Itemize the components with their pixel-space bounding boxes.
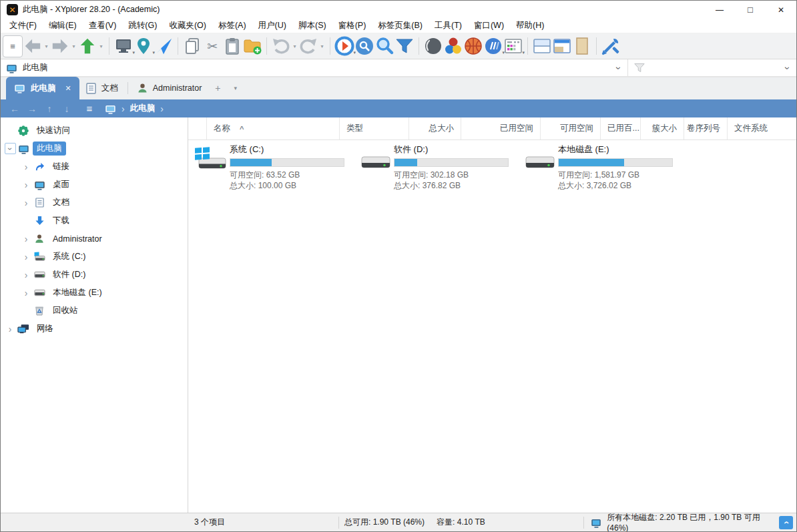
column-serial[interactable]: 卷序列号 xyxy=(684,117,728,140)
crumb-up-icon[interactable]: ↑ xyxy=(41,103,58,114)
tree-item-drive-e[interactable]: › 本地磁盘 (E:) xyxy=(1,284,188,302)
goto-computer-button[interactable]: ▾ xyxy=(113,35,134,57)
navigate-arrow-button[interactable] xyxy=(154,35,174,57)
drive-tile-c[interactable]: 系统 (C:) 可用空间: 63.52 GB 总大小: 100.00 GB xyxy=(195,144,359,191)
dark-mode-button[interactable] xyxy=(423,35,443,57)
crumb-forward-icon[interactable]: → xyxy=(23,103,41,114)
minimize-button[interactable]: — xyxy=(704,1,735,19)
location-pin-button[interactable]: ▾ xyxy=(134,35,154,57)
menu-user[interactable]: 用户(U) xyxy=(252,19,292,33)
tab-administrator[interactable]: Administrator xyxy=(131,77,209,99)
tab-close-icon[interactable]: ✕ xyxy=(65,84,71,93)
tree-expand-icon[interactable]: › xyxy=(3,324,17,334)
status-expand-button[interactable]: › xyxy=(779,516,793,529)
tree-item-downloads[interactable]: 下载 xyxy=(1,212,188,230)
menu-edit[interactable]: 编辑(E) xyxy=(43,19,83,33)
tab-list-dropdown[interactable]: ▾ xyxy=(228,77,244,99)
tree-item-drive-c[interactable]: › 系统 (C:) xyxy=(1,248,188,266)
up-button[interactable] xyxy=(77,35,97,57)
tag-ball-button[interactable] xyxy=(463,35,483,57)
forward-dropdown[interactable]: ▾ xyxy=(70,35,77,57)
tree-expand-icon[interactable]: › xyxy=(19,198,33,208)
column-free-space[interactable]: 可用空间 xyxy=(541,117,601,140)
address-bar[interactable]: 此电脑 › xyxy=(1,59,628,76)
tree-expand-icon[interactable]: › xyxy=(19,234,33,244)
menu-tools[interactable]: 工具(T) xyxy=(429,19,468,33)
breadcrumb-chevron[interactable]: › xyxy=(121,103,125,114)
menu-window[interactable]: 窗口(W) xyxy=(468,19,510,33)
tree-expand-icon[interactable]: › xyxy=(19,162,33,172)
redo-button[interactable] xyxy=(298,35,318,57)
undo-dropdown[interactable]: ▾ xyxy=(291,35,298,57)
up-dropdown[interactable]: ▾ xyxy=(97,35,105,57)
forward-button[interactable] xyxy=(50,35,70,57)
tree-item-recycle-bin[interactable]: 回收站 xyxy=(1,302,188,320)
tree-expand-icon[interactable]: › xyxy=(19,270,33,280)
new-tab-button[interactable]: + xyxy=(208,77,227,99)
column-used-space[interactable]: 已用空间 xyxy=(461,117,541,140)
search-button[interactable] xyxy=(374,35,394,57)
tree-collapse-icon[interactable]: › xyxy=(5,143,16,154)
find-files-button[interactable] xyxy=(354,35,374,57)
tree-expand-icon[interactable]: › xyxy=(19,252,33,262)
filter-dropdown-icon[interactable]: › xyxy=(784,66,793,69)
panel-layout-button[interactable] xyxy=(552,35,572,57)
paste-button[interactable] xyxy=(222,35,242,57)
breadcrumb-chevron[interactable]: › xyxy=(160,103,164,114)
undo-button[interactable] xyxy=(271,35,291,57)
menu-view[interactable]: 查看(V) xyxy=(83,19,123,33)
menu-file[interactable]: 文件(F) xyxy=(3,19,43,33)
crumb-back-icon[interactable]: ← xyxy=(6,103,23,114)
column-used-percent[interactable]: 已用百... xyxy=(601,117,641,140)
tree-item-this-pc[interactable]: › 此电脑 xyxy=(1,140,188,158)
tree-item-links[interactable]: › 链接 xyxy=(1,158,188,176)
drive-tile-d[interactable]: 软件 (D:) 可用空间: 302.18 GB 总大小: 376.82 GB xyxy=(359,144,523,191)
menu-tags[interactable]: 标签(A) xyxy=(212,19,252,33)
tab-documents[interactable]: 文档 xyxy=(79,77,125,99)
tree-item-documents[interactable]: › 文档 xyxy=(1,194,188,212)
tree-item-administrator[interactable]: › Administrator xyxy=(1,230,188,248)
drive-tile-e[interactable]: 本地磁盘 (E:) 可用空间: 1,581.97 GB 总大小: 3,726.0… xyxy=(523,144,688,191)
report-dropdown[interactable]: ▾ xyxy=(522,50,525,55)
new-folder-button[interactable] xyxy=(242,35,262,57)
visual-filter-box[interactable]: › xyxy=(628,59,796,76)
filter-funnel-button[interactable] xyxy=(394,35,415,57)
column-filesystem[interactable]: 文件系统 xyxy=(728,117,796,140)
back-dropdown[interactable]: ▾ xyxy=(43,35,50,57)
color-filters-button[interactable] xyxy=(443,35,463,57)
label-badge-button[interactable]: ▾ xyxy=(483,35,503,57)
menu-tabsets[interactable]: 标签页集(B) xyxy=(372,19,429,33)
toolbar-toggle-button[interactable]: ≡ xyxy=(3,35,23,57)
back-button[interactable] xyxy=(23,35,43,57)
tree-item-desktop[interactable]: › 桌面 xyxy=(1,176,188,194)
column-total-size[interactable]: 总大小 xyxy=(409,117,461,140)
live-filter-button[interactable]: ▾ xyxy=(334,35,354,57)
report-grid-button[interactable]: ▾ xyxy=(503,35,523,57)
copy-button[interactable] xyxy=(182,35,202,57)
column-type[interactable]: 类型 xyxy=(340,117,409,140)
menu-scripting[interactable]: 脚本(S) xyxy=(292,19,332,33)
breadcrumb-menu-icon[interactable]: ≡ xyxy=(79,103,99,114)
breadcrumb-crumb[interactable]: 此电脑 xyxy=(130,103,156,114)
close-button[interactable]: ✕ xyxy=(766,1,796,19)
tab-this-pc[interactable]: 此电脑 ✕ xyxy=(6,77,79,99)
computer-icon[interactable] xyxy=(105,105,115,111)
menu-help[interactable]: 帮助(H) xyxy=(510,19,550,33)
split-horizontal-button[interactable] xyxy=(532,35,552,57)
maximize-button[interactable]: □ xyxy=(735,1,766,19)
tree-item-quick-access[interactable]: 快速访问 xyxy=(1,121,188,140)
redo-dropdown[interactable]: ▾ xyxy=(318,35,326,57)
tools-settings-button[interactable] xyxy=(601,35,621,57)
tree-item-network[interactable]: › 网络 xyxy=(1,320,188,338)
column-cluster-size[interactable]: 簇大小 xyxy=(641,117,684,140)
cut-button[interactable]: ✂ xyxy=(202,35,222,57)
column-name[interactable]: 名称 ^ xyxy=(207,117,340,140)
menu-go[interactable]: 跳转(G) xyxy=(122,19,163,33)
menu-favorites[interactable]: 收藏夹(O) xyxy=(163,19,212,33)
crumb-down-icon[interactable]: ↓ xyxy=(58,103,75,114)
preview-panel-button[interactable] xyxy=(572,35,592,57)
tree-expand-icon[interactable]: › xyxy=(19,180,33,190)
address-dropdown-icon[interactable]: › xyxy=(615,66,624,69)
menu-panes[interactable]: 窗格(P) xyxy=(332,19,372,33)
tree-item-drive-d[interactable]: › 软件 (D:) xyxy=(1,266,188,284)
